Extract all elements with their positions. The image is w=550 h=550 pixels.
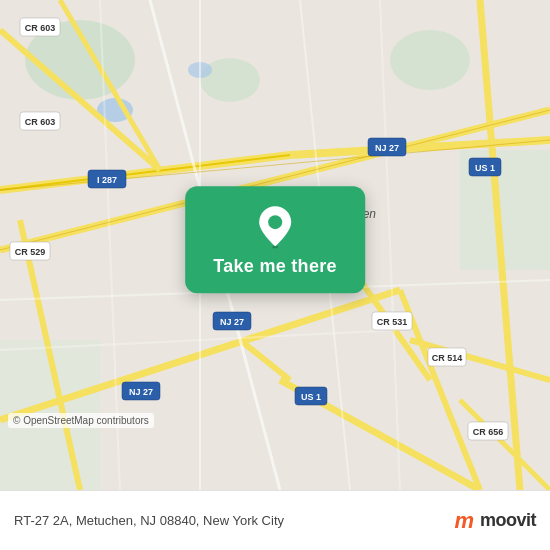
svg-text:CR 514: CR 514 <box>432 353 463 363</box>
osm-attribution: © OpenStreetMap contributors <box>8 413 154 428</box>
svg-text:US 1: US 1 <box>475 163 495 173</box>
overlay-card[interactable]: Take me there <box>185 186 365 293</box>
bottom-bar: RT-27 2A, Metuchen, NJ 08840, New York C… <box>0 490 550 550</box>
svg-text:NJ 27: NJ 27 <box>220 317 244 327</box>
svg-text:NJ 27: NJ 27 <box>375 143 399 153</box>
moovit-logo-letter: m <box>454 508 474 534</box>
moovit-logo: m moovit <box>454 508 536 534</box>
svg-point-2 <box>200 58 260 102</box>
take-me-there-button[interactable]: Take me there <box>213 256 337 277</box>
location-text: RT-27 2A, Metuchen, NJ 08840, New York C… <box>14 513 446 528</box>
svg-text:NJ 27: NJ 27 <box>129 387 153 397</box>
location-pin-icon <box>253 204 297 248</box>
svg-text:CR 603: CR 603 <box>25 117 56 127</box>
svg-text:I 287: I 287 <box>97 175 117 185</box>
svg-text:CR 656: CR 656 <box>473 427 504 437</box>
map-container: CR 603 CR 603 I 287 NJ 27 US 1 CR 529 NJ… <box>0 0 550 490</box>
svg-point-58 <box>268 215 282 229</box>
svg-point-3 <box>390 30 470 90</box>
svg-text:CR 529: CR 529 <box>15 247 46 257</box>
svg-text:US 1: US 1 <box>301 392 321 402</box>
svg-text:CR 603: CR 603 <box>25 23 56 33</box>
moovit-brand-text: moovit <box>480 510 536 531</box>
svg-text:CR 531: CR 531 <box>377 317 408 327</box>
